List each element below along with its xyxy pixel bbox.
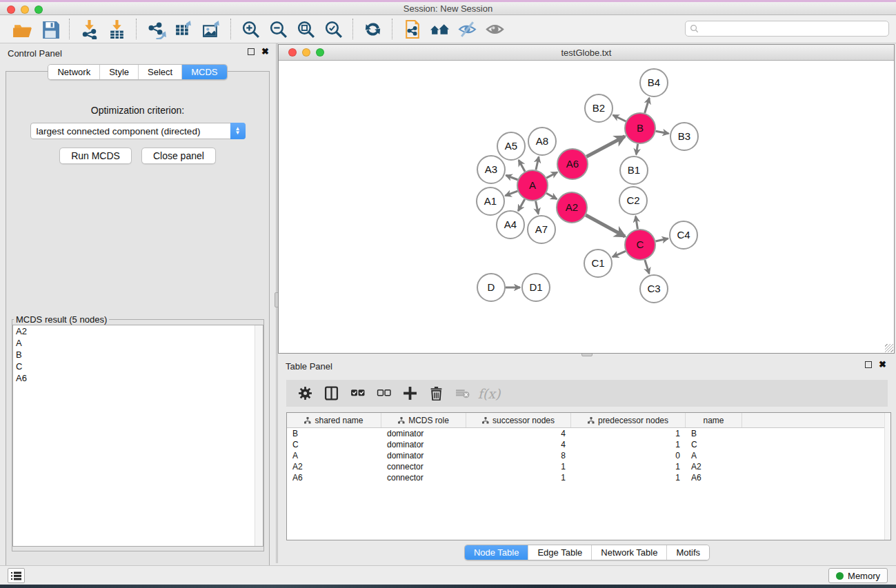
- table-row[interactable]: A6connector11A6: [287, 472, 890, 483]
- node-D1[interactable]: D1: [522, 274, 550, 301]
- open-file-icon[interactable]: [8, 17, 36, 41]
- edge-B-B3[interactable]: [656, 131, 669, 134]
- network-file-icon[interactable]: [398, 17, 426, 41]
- edge-B-B2[interactable]: [613, 115, 626, 121]
- show-glyphs-icon[interactable]: [481, 17, 508, 41]
- column-header-shared-name[interactable]: shared name: [287, 413, 381, 427]
- float-table-panel-icon[interactable]: [865, 361, 872, 368]
- edge-B-B1[interactable]: [636, 144, 637, 154]
- node-A8[interactable]: A8: [528, 128, 556, 155]
- tab-node-table[interactable]: Node Table: [465, 545, 529, 560]
- table-row[interactable]: Bdominator41B: [287, 428, 890, 439]
- tab-style[interactable]: Style: [100, 65, 139, 79]
- tab-network-table[interactable]: Network Table: [592, 545, 667, 560]
- result-list-item[interactable]: A2: [13, 325, 263, 337]
- search-input[interactable]: [685, 21, 889, 37]
- columns-icon[interactable]: [319, 383, 343, 404]
- close-table-panel-icon[interactable]: ✖: [879, 361, 886, 368]
- home-icon[interactable]: [426, 17, 453, 41]
- node-A6[interactable]: A6: [557, 149, 588, 179]
- edge-A-A2[interactable]: [546, 193, 557, 199]
- column-header-predecessor-nodes[interactable]: predecessor nodes: [571, 413, 686, 427]
- node-C3[interactable]: C3: [640, 275, 668, 303]
- result-list-scrollbar[interactable]: [255, 325, 263, 546]
- import-network-icon[interactable]: [75, 17, 103, 41]
- close-panel-icon[interactable]: ✖: [261, 48, 269, 55]
- table-row[interactable]: Cdominator41C: [287, 439, 890, 450]
- result-list-item[interactable]: A: [13, 337, 263, 349]
- import-table-icon[interactable]: [103, 17, 130, 41]
- tab-mcds[interactable]: MCDS: [182, 65, 226, 79]
- edge-A-A7[interactable]: [536, 201, 539, 214]
- edge-C-C2[interactable]: [636, 216, 638, 230]
- tab-network[interactable]: Network: [48, 65, 100, 79]
- table-scrollbar[interactable]: [884, 413, 890, 540]
- network-graph[interactable]: B4B2BB3A8A5A6A3B1AA1C2A2A4A7C4CC1C3DD1: [279, 61, 894, 353]
- table-row[interactable]: A2connector11A2: [287, 461, 890, 472]
- gear-icon[interactable]: [293, 383, 317, 404]
- export-table-icon[interactable]: [170, 17, 197, 41]
- result-list-item[interactable]: A6: [13, 372, 263, 384]
- zoom-in-icon[interactable]: [237, 17, 264, 41]
- edge-A-A8[interactable]: [536, 156, 539, 170]
- export-network-icon[interactable]: [142, 17, 170, 41]
- criterion-dropdown[interactable]: largest connected component (directed) ▲…: [30, 123, 246, 139]
- node-A[interactable]: A: [517, 170, 548, 201]
- memory-button[interactable]: Memory: [828, 568, 888, 583]
- edge-A6-B[interactable]: [586, 136, 625, 157]
- edge-A-A3[interactable]: [506, 175, 517, 180]
- run-mcds-button[interactable]: Run MCDS: [59, 148, 132, 164]
- tab-edge-table[interactable]: Edge Table: [528, 545, 592, 560]
- node-B[interactable]: B: [625, 113, 655, 143]
- select-all-icon[interactable]: [346, 383, 369, 404]
- close-panel-button[interactable]: Close panel: [141, 148, 216, 164]
- node-C[interactable]: C: [625, 230, 655, 260]
- show-panels-button[interactable]: [8, 568, 25, 583]
- edge-A-A5[interactable]: [519, 160, 525, 172]
- node-A4[interactable]: A4: [497, 211, 524, 239]
- node-D[interactable]: D: [477, 274, 505, 301]
- node-A1[interactable]: A1: [477, 187, 504, 215]
- zoom-selected-icon[interactable]: [319, 17, 347, 41]
- deselect-all-icon[interactable]: [372, 383, 395, 404]
- edge-C-C4[interactable]: [655, 239, 668, 241]
- node-A7[interactable]: A7: [528, 216, 555, 243]
- edge-A2-C[interactable]: [586, 215, 625, 236]
- tab-motifs[interactable]: Motifs: [667, 545, 709, 560]
- refresh-icon[interactable]: [359, 17, 386, 41]
- result-list-item[interactable]: B: [13, 349, 263, 361]
- node-C2[interactable]: C2: [619, 187, 647, 214]
- node-B1[interactable]: B1: [620, 156, 648, 184]
- node-A5[interactable]: A5: [497, 132, 525, 160]
- trash-icon[interactable]: [424, 383, 448, 404]
- tab-select[interactable]: Select: [139, 65, 182, 79]
- edge-A-A4[interactable]: [518, 199, 524, 211]
- node-A2[interactable]: A2: [557, 192, 587, 223]
- zoom-fit-icon[interactable]: [292, 17, 319, 41]
- node-A3[interactable]: A3: [477, 156, 505, 183]
- search-text-field[interactable]: [699, 24, 888, 34]
- mcds-result-list[interactable]: A2ABCA6: [12, 325, 263, 547]
- node-C4[interactable]: C4: [670, 221, 697, 249]
- column-header-MCDS-role[interactable]: MCDS role: [381, 413, 466, 427]
- float-panel-icon[interactable]: [248, 48, 255, 55]
- table-row[interactable]: Adominator80A: [287, 450, 890, 461]
- result-list-item[interactable]: C: [13, 361, 263, 372]
- network-canvas[interactable]: B4B2BB3A8A5A6A3B1AA1C2A2A4A7C4CC1C3DD1: [279, 61, 894, 353]
- edge-B-B4[interactable]: [645, 98, 650, 113]
- add-icon[interactable]: [398, 383, 421, 404]
- save-session-icon[interactable]: [36, 17, 63, 41]
- node-B2[interactable]: B2: [585, 94, 613, 122]
- hide-glyphs-icon[interactable]: [453, 17, 481, 41]
- resize-grip-icon[interactable]: [885, 344, 893, 352]
- node-C1[interactable]: C1: [584, 250, 612, 277]
- node-table[interactable]: shared nameMCDS rolesuccessor nodesprede…: [286, 412, 891, 540]
- edge-C-C1[interactable]: [613, 251, 626, 256]
- edge-A-A1[interactable]: [506, 191, 518, 196]
- export-image-icon[interactable]: [197, 17, 225, 41]
- zoom-out-icon[interactable]: [264, 17, 292, 41]
- network-window-titlebar[interactable]: testGlobe.txt: [279, 45, 894, 61]
- node-B3[interactable]: B3: [670, 123, 698, 150]
- edge-C-C3[interactable]: [645, 260, 649, 274]
- node-B4[interactable]: B4: [640, 69, 668, 97]
